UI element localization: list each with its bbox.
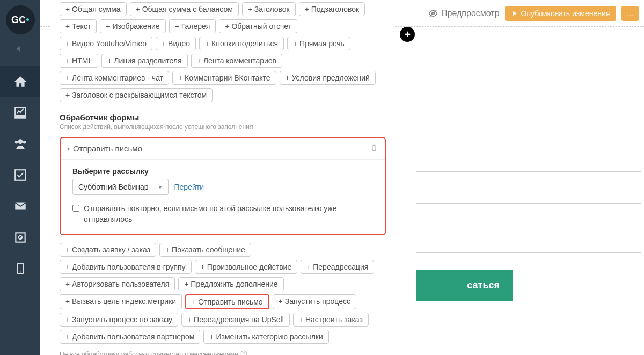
action-chip[interactable]: + Запустить процесс: [273, 294, 356, 309]
action-chip[interactable]: + Вызвать цель яндекс.метрики: [60, 294, 182, 309]
block-chip[interactable]: + Лента комментариев: [191, 54, 282, 68]
block-chip[interactable]: + Линия разделителя: [101, 54, 187, 68]
action-chip[interactable]: + Переадресация: [301, 260, 374, 274]
trash-icon[interactable]: [370, 143, 378, 154]
logo[interactable]: GC: [6, 5, 35, 34]
block-chip[interactable]: + Видео: [156, 37, 196, 50]
play-icon: [511, 10, 518, 17]
action-chip[interactable]: + Добавить пользователя партнером: [60, 330, 200, 344]
mailing-select[interactable]: Субботний Вебинар ▼: [72, 179, 169, 195]
block-chip[interactable]: + HTML: [60, 54, 98, 68]
block-chip[interactable]: + Прямая речь: [287, 37, 350, 50]
chevron-down-icon: ▾: [67, 146, 70, 151]
block-chip[interactable]: + Общая сумма с балансом: [130, 2, 239, 16]
svg-point-8: [19, 271, 20, 272]
mailing-selected: Субботний Вебинар: [78, 183, 149, 191]
preview-link[interactable]: Предпросмотр: [428, 9, 500, 18]
sound-icon[interactable]: [16, 44, 25, 55]
footer-note-1-text: Не все обработчики работают совместно с …: [60, 351, 238, 355]
logo-text: GC: [11, 15, 26, 26]
action-chip[interactable]: + Отправить письмо: [185, 294, 269, 309]
block-chip[interactable]: + Галерея: [169, 19, 216, 33]
more-button[interactable]: ...: [621, 6, 639, 21]
action-chip[interactable]: + Изменить категорию рассылки: [203, 330, 328, 344]
nav: [0, 66, 40, 284]
action-chip[interactable]: + Настроить заказ: [293, 313, 369, 327]
preview-label: Предпросмотр: [441, 9, 500, 18]
handler-title: Обработчик формы: [60, 113, 386, 122]
nav-users[interactable]: [0, 128, 40, 160]
form-field-1[interactable]: [416, 122, 641, 154]
nav-safe[interactable]: [0, 222, 40, 253]
svg-point-11: [241, 351, 247, 355]
block-chip[interactable]: + Изображение: [100, 19, 165, 33]
action-chip[interactable]: + Авторизовать пользователя: [60, 277, 175, 291]
form-field-2[interactable]: [416, 171, 641, 204]
help-icon[interactable]: [240, 350, 247, 355]
handler-subtitle: Список действий, выполняющихся после усп…: [60, 123, 386, 131]
form-field-3[interactable]: [416, 221, 641, 253]
publish-button[interactable]: Опубликовать изменения: [505, 6, 617, 21]
action-chip[interactable]: + Произвольное действие: [195, 260, 298, 274]
block-chip[interactable]: + Лента комментариев - чат: [60, 71, 169, 85]
add-block-button[interactable]: +: [400, 27, 415, 42]
action-chip[interactable]: + Запустить процесс по заказу: [60, 313, 178, 327]
handler-header: Обработчик формы Список действий, выполн…: [54, 104, 391, 132]
block-chip[interactable]: + Видео Youtube/Vimeo: [60, 37, 152, 50]
block-chip[interactable]: + Условия предложений: [280, 71, 376, 85]
editor-panel: + Общая сумма+ Общая сумма с балансом+ З…: [51, 0, 394, 355]
block-chip[interactable]: + Обратный отсчет: [219, 19, 297, 33]
action-chip[interactable]: + Добавить пользователя в группу: [60, 260, 192, 274]
sidebar: GC: [0, 0, 40, 355]
logo-dot: [26, 18, 29, 21]
block-chip[interactable]: + Подзаголовок: [299, 2, 365, 16]
nav-mobile[interactable]: [0, 253, 40, 284]
resend-checkbox[interactable]: [72, 205, 79, 212]
block-chip[interactable]: + Заголовок: [242, 2, 296, 16]
block-chips: + Общая сумма+ Общая сумма с балансом+ З…: [54, 0, 391, 104]
svg-point-0: [14, 141, 17, 143]
block-chip[interactable]: + Заголовок с раскрывающимся текстом: [60, 88, 213, 102]
resend-label: Отправлять повторно, если письмо по этой…: [84, 204, 373, 224]
action-chip[interactable]: + Показать сообщение: [159, 243, 251, 257]
block-chip[interactable]: + Кнопки поделиться: [199, 37, 284, 50]
svg-point-6: [19, 237, 20, 238]
block-chip[interactable]: + Текст: [60, 19, 97, 33]
nav-tasks[interactable]: [0, 160, 40, 191]
mailing-go-link[interactable]: Перейти: [174, 183, 203, 191]
caret-down-icon: ▼: [153, 184, 163, 190]
nav-home[interactable]: [0, 66, 40, 97]
block-chip[interactable]: + Общая сумма: [60, 2, 127, 16]
form-submit-fragment[interactable]: саться: [416, 270, 513, 301]
action-name: Отправить письмо: [73, 144, 142, 153]
action-body: Выберите рассылку Субботний Вебинар ▼ Пе…: [61, 160, 385, 234]
action-send-email: ▾ Отправить письмо Выберите рассылку Суб…: [60, 137, 386, 235]
mailing-label: Выберите рассылку: [72, 167, 373, 176]
eye-off-icon: [428, 9, 438, 18]
nav-mail[interactable]: [0, 191, 40, 222]
publish-label: Опубликовать изменения: [521, 9, 610, 18]
action-chips: + Создать заявку / заказ+ Показать сообщ…: [54, 241, 391, 346]
action-chip[interactable]: + Переадресация на UpSell: [181, 313, 290, 327]
action-chip[interactable]: + Создать заявку / заказ: [60, 243, 156, 257]
action-chip[interactable]: + Предложить дополнение: [178, 277, 283, 291]
block-chip[interactable]: + Комментарии ВКонтакте: [172, 71, 276, 85]
nav-stats[interactable]: [0, 97, 40, 128]
action-header[interactable]: ▾ Отправить письмо: [61, 138, 385, 160]
footer-note-1: Не все обработчики работают совместно с …: [54, 346, 391, 355]
svg-point-1: [23, 141, 25, 143]
